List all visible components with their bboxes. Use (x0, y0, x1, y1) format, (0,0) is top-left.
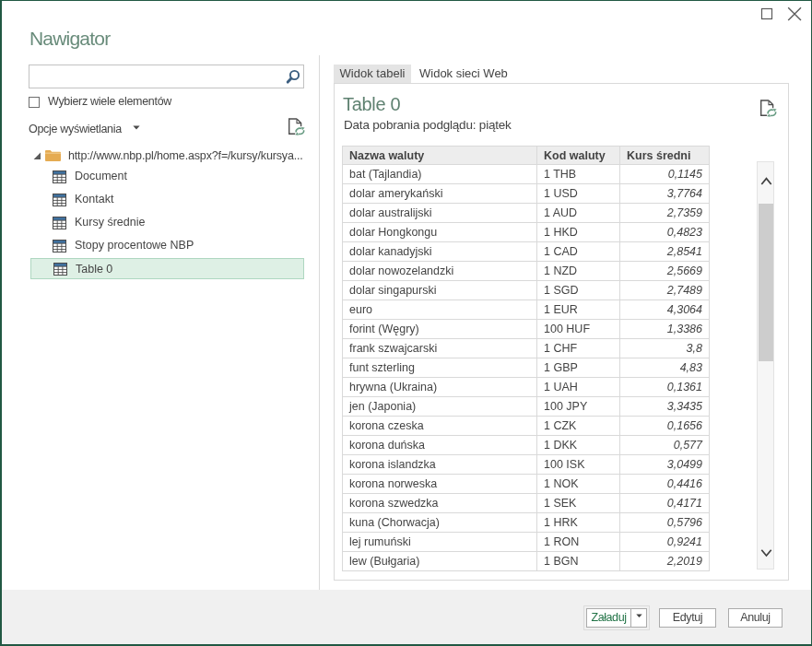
table-row[interactable]: dolar singapurski1 SGD2,7489 (343, 281, 710, 300)
table-cell: 1 CHF (537, 339, 620, 358)
table-row[interactable]: korona norweska1 NOK0,4416 (343, 475, 710, 494)
tab-web-view[interactable]: Widok sieci Web (415, 65, 512, 83)
table-cell: 4,3064 (620, 300, 710, 320)
table-cell: 2,8541 (620, 242, 710, 262)
table-row[interactable]: jen (Japonia)100 JPY3,3435 (343, 397, 710, 417)
preview-refresh-button[interactable] (759, 96, 777, 120)
table-row[interactable]: dolar Hongkongu1 HKD0,4823 (343, 223, 710, 242)
display-options-dropdown[interactable]: Opcje wyświetlania (29, 120, 140, 135)
table-row[interactable]: dolar australijski1 AUD2,7359 (343, 204, 710, 223)
load-dropdown-button[interactable] (630, 608, 647, 628)
tree-item-stopy-procentowe[interactable]: Stopy procentowe NBP (30, 235, 304, 257)
table-cell: 4,83 (620, 358, 710, 378)
table-cell: 0,4823 (620, 223, 710, 242)
navigator-dialog: Nawigator Wybierz wiele elementów Opcje … (0, 0, 812, 646)
search-icon[interactable] (284, 69, 300, 86)
cancel-button[interactable]: Anuluj (728, 608, 783, 628)
table-cell: 2,5669 (620, 262, 710, 281)
table-cell: 2,7359 (620, 204, 710, 223)
table-cell: 0,1361 (620, 378, 710, 397)
select-many-label: Wybierz wiele elementów (48, 95, 171, 108)
table-row[interactable]: bat (Tajlandia)1 THB0,1145 (343, 165, 710, 184)
file-refresh-icon (759, 96, 777, 120)
footer-bar: Załaduj Edytuj Anuluj (0, 590, 812, 646)
table-cell: 3,7764 (620, 184, 710, 204)
titlebar (0, 0, 812, 26)
table-cell: jen (Japonia) (343, 397, 537, 417)
preview-pane: Table 0 Data pobrania podglądu: piątek N… (334, 83, 789, 581)
table-row[interactable]: kuna (Chorwacja)1 HRK0,5796 (343, 513, 710, 533)
table-row[interactable]: korona szwedzka1 SEK0,4171 (343, 494, 710, 513)
load-button[interactable]: Załaduj (586, 608, 631, 628)
tree-item-document[interactable]: Document (30, 166, 304, 188)
tab-table-view[interactable]: Widok tabeli (334, 65, 411, 83)
chevron-down-icon (133, 120, 140, 133)
table-row[interactable]: dolar kanadyjski1 CAD2,8541 (343, 242, 710, 262)
table-header-row: Nazwa waluty Kod waluty Kurs średni (343, 147, 710, 165)
tree-item-kontakt[interactable]: Kontakt (30, 189, 304, 211)
table-row[interactable]: dolar nowozelandzki1 NZD2,5669 (343, 262, 710, 281)
table-cell: funt szterling (343, 358, 537, 378)
table-cell: 1 HRK (537, 513, 620, 533)
table-cell: 1 DKK (537, 436, 620, 455)
table-cell: korona islandzka (343, 455, 537, 475)
table-cell: 1 BGN (537, 552, 620, 571)
table-row[interactable]: korona islandzka100 ISK3,0499 (343, 455, 710, 475)
table-cell: euro (343, 300, 537, 320)
table-cell: 2,2019 (620, 552, 710, 571)
edit-button[interactable]: Edytuj (659, 608, 716, 628)
table-row[interactable]: korona duńska1 DKK0,577 (343, 436, 710, 455)
maximize-button[interactable] (759, 6, 775, 21)
tree-item-kursy-srednie[interactable]: Kursy średnie (30, 212, 304, 234)
tree-expander-icon[interactable] (32, 151, 41, 160)
table-row[interactable]: frank szwajcarski1 CHF3,8 (343, 339, 710, 358)
scrollbar-thumb[interactable] (759, 204, 773, 361)
table-cell: 1 EUR (537, 300, 620, 320)
table-cell: 0,4171 (620, 494, 710, 513)
table-body: bat (Tajlandia)1 THB0,1145dolar amerykań… (343, 165, 710, 571)
close-button[interactable] (786, 6, 803, 21)
table-row[interactable]: hrywna (Ukraina)1 UAH0,1361 (343, 378, 710, 397)
table-cell: lej rumuński (343, 533, 537, 552)
table-icon (53, 263, 67, 276)
table-cell: 1 SGD (537, 281, 620, 300)
table-cell: 1 NZD (537, 262, 620, 281)
preview-subtitle: Data pobrania podglądu: piątek (344, 118, 512, 132)
table-cell: 1,3386 (620, 320, 710, 339)
table-cell: 0,1656 (620, 417, 710, 436)
table-cell: 1 AUD (537, 204, 620, 223)
select-many-checkbox[interactable] (29, 97, 40, 108)
tree-item-table0-selected[interactable]: Table 0 (30, 258, 304, 279)
column-header: Kurs średni (620, 147, 710, 165)
table-cell: 1 THB (537, 165, 620, 184)
file-refresh-icon (287, 114, 305, 138)
table-cell: 100 ISK (537, 455, 620, 475)
refresh-button[interactable] (287, 114, 305, 138)
scroll-up-icon[interactable] (760, 177, 772, 186)
table-row[interactable]: funt szterling1 GBP4,83 (343, 358, 710, 378)
tree-root-label: http://www.nbp.pl/home.aspx?f=/kursy/kur… (68, 149, 305, 162)
chevron-down-icon (636, 614, 642, 618)
table-cell: 1 GBP (537, 358, 620, 378)
vertical-scrollbar[interactable] (757, 161, 774, 570)
table-cell: hrywna (Ukraina) (343, 378, 537, 397)
table-cell: 1 NOK (537, 475, 620, 494)
table-row[interactable]: dolar amerykański1 USD3,7764 (343, 184, 710, 204)
table-cell: 1 RON (537, 533, 620, 552)
table-cell: dolar Hongkongu (343, 223, 537, 242)
table-cell: 100 HUF (537, 320, 620, 339)
table-row[interactable]: lej rumuński1 RON0,9241 (343, 533, 710, 552)
display-options-label: Opcje wyświetlania (29, 123, 122, 135)
table-icon (53, 170, 66, 183)
table-row[interactable]: euro1 EUR4,3064 (343, 300, 710, 320)
table-cell: korona norweska (343, 475, 537, 494)
scroll-down-icon[interactable] (760, 548, 772, 558)
search-input[interactable] (33, 66, 284, 87)
table-cell: dolar kanadyjski (343, 242, 537, 262)
table-row[interactable]: korona czeska1 CZK0,1656 (343, 417, 710, 436)
table-row[interactable]: forint (Węgry)100 HUF1,3386 (343, 320, 710, 339)
table-cell: bat (Tajlandia) (343, 165, 537, 184)
table-cell: 0,5796 (620, 513, 710, 533)
load-split-button: Załaduj (586, 608, 647, 628)
table-row[interactable]: lew (Bułgaria)1 BGN2,2019 (343, 552, 710, 571)
